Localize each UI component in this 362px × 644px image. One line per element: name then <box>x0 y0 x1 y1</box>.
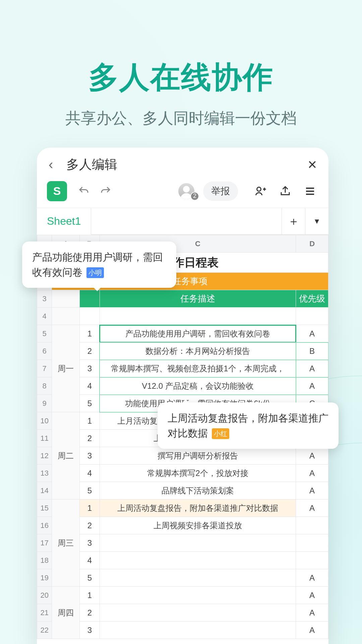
index-cell[interactable]: 2 <box>79 430 100 447</box>
index-cell[interactable]: 1 <box>79 325 100 342</box>
app-title: 多人编辑 <box>66 156 308 173</box>
app-header: ‹ 多人编辑 × <box>37 148 328 178</box>
index-cell[interactable]: 2 <box>79 517 100 534</box>
desc-cell[interactable]: 产品功能使用用户调研，需回收有效问卷 <box>100 325 296 342</box>
add-user-icon[interactable] <box>252 183 269 200</box>
row-header[interactable]: 10 <box>37 412 52 430</box>
row-header[interactable]: 8 <box>37 377 52 395</box>
row-header[interactable]: 19 <box>37 569 52 587</box>
row-header[interactable]: 16 <box>37 517 52 534</box>
desc-cell[interactable] <box>100 587 296 604</box>
col-prio-header[interactable]: 优先级 <box>296 290 328 308</box>
close-icon[interactable]: × <box>308 155 317 173</box>
row-header[interactable]: 17 <box>37 534 52 552</box>
redo-icon[interactable] <box>97 183 114 200</box>
toolbar: S 2 举报 <box>37 178 328 208</box>
priority-cell[interactable]: A <box>296 447 328 465</box>
undo-icon[interactable] <box>75 183 92 200</box>
priority-cell[interactable]: A <box>296 587 328 604</box>
sheet-dropdown-icon[interactable]: ▼ <box>305 208 328 234</box>
desc-cell[interactable]: 撰写用户调研分析报告 <box>100 447 296 465</box>
row-header[interactable]: 9 <box>37 395 52 412</box>
priority-cell[interactable] <box>296 534 328 552</box>
comment-bubble-1: 产品功能使用用户调研，需回收有效问卷 小明 <box>22 241 176 288</box>
priority-cell[interactable]: A <box>296 325 328 342</box>
report-button[interactable]: 举报 <box>203 181 238 201</box>
priority-cell[interactable]: B <box>296 342 328 360</box>
row-header[interactable]: 20 <box>37 587 52 604</box>
desc-cell[interactable]: V12.0 产品定稿，会议功能验收 <box>100 377 296 395</box>
desc-cell[interactable]: 常规脚本撰写、视频创意及拍摄1个，本周完成， <box>100 360 296 377</box>
row-header[interactable]: 11 <box>37 430 52 447</box>
desc-cell[interactable]: 上周活动复盘报告，附加各渠道推广对比数据 <box>100 499 296 517</box>
bubble2-user-tag: 小红 <box>212 428 229 439</box>
row-header[interactable]: 13 <box>37 465 52 482</box>
bubble2-text: 上周活动复盘报告，附加各渠道推广对比数据 <box>168 413 328 439</box>
priority-cell[interactable]: A <box>296 604 328 622</box>
index-cell[interactable]: 3 <box>79 360 100 377</box>
index-cell[interactable]: 5 <box>79 569 100 587</box>
index-cell[interactable]: 3 <box>79 622 100 639</box>
desc-cell[interactable] <box>100 622 296 639</box>
row-header[interactable]: 6 <box>37 342 52 360</box>
add-sheet-button[interactable]: ＋ <box>282 208 305 234</box>
priority-cell[interactable]: A <box>296 377 328 395</box>
hero-section: 多人在线协作 共享办公、多人同时编辑一份文档 <box>0 0 362 129</box>
desc-cell[interactable]: 品牌线下活动策划案 <box>100 482 296 499</box>
index-cell[interactable]: 2 <box>79 604 100 622</box>
row-header[interactable]: 21 <box>37 604 52 622</box>
index-cell[interactable]: 1 <box>79 412 100 430</box>
priority-cell[interactable] <box>296 517 328 534</box>
app-logo-icon[interactable]: S <box>47 181 67 201</box>
hero-subtitle: 共享办公、多人同时编辑一份文档 <box>0 108 362 129</box>
priority-cell[interactable]: A <box>296 622 328 639</box>
row-header[interactable]: 15 <box>37 499 52 517</box>
desc-cell[interactable] <box>100 534 296 552</box>
hero-title: 多人在线协作 <box>0 57 362 98</box>
svg-point-0 <box>257 187 261 191</box>
priority-cell[interactable]: A <box>296 569 328 587</box>
tab-sheet1[interactable]: Sheet1 <box>37 208 91 235</box>
index-cell[interactable]: 5 <box>79 395 100 412</box>
menu-icon[interactable] <box>302 183 318 200</box>
priority-cell[interactable]: A <box>296 465 328 482</box>
row-header[interactable]: 12 <box>37 447 52 465</box>
index-cell[interactable]: 2 <box>79 342 100 360</box>
collaborator-avatar[interactable]: 2 <box>178 183 197 199</box>
priority-cell[interactable]: A <box>296 482 328 499</box>
index-cell[interactable]: 5 <box>79 482 100 499</box>
row-header[interactable]: 18 <box>37 552 52 569</box>
priority-cell[interactable] <box>296 552 328 569</box>
collaborator-count-badge: 2 <box>190 192 199 201</box>
sheet-tabs: Sheet1 ＋ ▼ <box>37 208 328 235</box>
desc-cell[interactable] <box>100 552 296 569</box>
row-header[interactable]: 7 <box>37 360 52 377</box>
index-cell[interactable]: 4 <box>79 465 100 482</box>
index-cell[interactable]: 3 <box>79 447 100 465</box>
col-header[interactable]: D <box>296 235 328 253</box>
desc-cell[interactable]: 数据分析：本月网站分析报告 <box>100 342 296 360</box>
desc-cell[interactable] <box>100 569 296 587</box>
desc-cell[interactable] <box>100 604 296 622</box>
day-cell[interactable]: 周三 <box>52 499 79 587</box>
index-cell[interactable]: 3 <box>79 534 100 552</box>
priority-cell[interactable]: A <box>296 499 328 517</box>
back-icon[interactable]: ‹ <box>49 157 53 172</box>
col-desc-header[interactable]: 任务描述 <box>100 290 296 308</box>
desc-cell[interactable]: 常规脚本撰写2个，投放对接 <box>100 465 296 482</box>
index-cell[interactable]: 1 <box>79 499 100 517</box>
row-header[interactable]: 14 <box>37 482 52 499</box>
share-icon[interactable] <box>277 183 294 200</box>
day-cell[interactable]: 周四 <box>52 587 79 639</box>
priority-cell[interactable]: A <box>296 360 328 377</box>
index-cell[interactable]: 4 <box>79 552 100 569</box>
bubble1-user-tag: 小明 <box>86 267 104 278</box>
day-cell[interactable]: 周一 <box>52 325 79 412</box>
day-cell[interactable]: 周二 <box>52 412 79 499</box>
row-header[interactable]: 22 <box>37 622 52 639</box>
desc-cell[interactable]: 上周视频安排各渠道投放 <box>100 517 296 534</box>
row-header[interactable]: 5 <box>37 325 52 342</box>
comment-bubble-2: 上周活动复盘报告，附加各渠道推广对比数据 小红 <box>158 402 339 449</box>
index-cell[interactable]: 1 <box>79 587 100 604</box>
index-cell[interactable]: 4 <box>79 377 100 395</box>
